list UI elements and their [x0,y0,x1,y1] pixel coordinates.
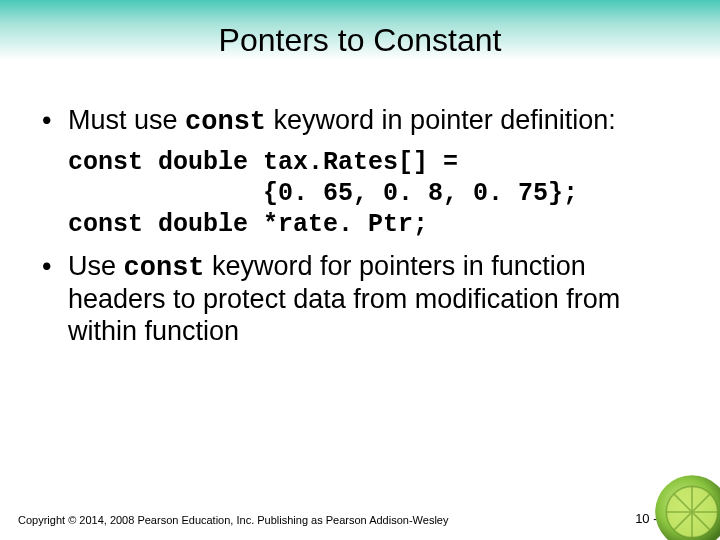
bullet1-keyword: const [185,107,266,137]
bullet1-post: keyword in pointer definition: [266,105,616,135]
slide: Ponters to Constant Must use const keywo… [0,0,720,540]
bullet1-pre: Must use [68,105,185,135]
copyright-footer: Copyright © 2014, 2008 Pearson Education… [18,514,448,526]
slide-title: Ponters to Constant [0,22,720,59]
bullet2-keyword: const [124,253,205,283]
lime-decoration-icon [652,472,720,540]
bullet-list: Must use const keyword in pointer defini… [40,105,680,139]
bullet-item-2: Use const keyword for pointers in functi… [40,251,680,349]
bullet-item-1: Must use const keyword in pointer defini… [40,105,680,139]
bullet-list-2: Use const keyword for pointers in functi… [40,251,680,349]
code-block: const double tax.Rates[] = {0. 65, 0. 8,… [68,147,680,241]
slide-body: Must use const keyword in pointer defini… [40,105,680,356]
bullet2-pre: Use [68,251,124,281]
